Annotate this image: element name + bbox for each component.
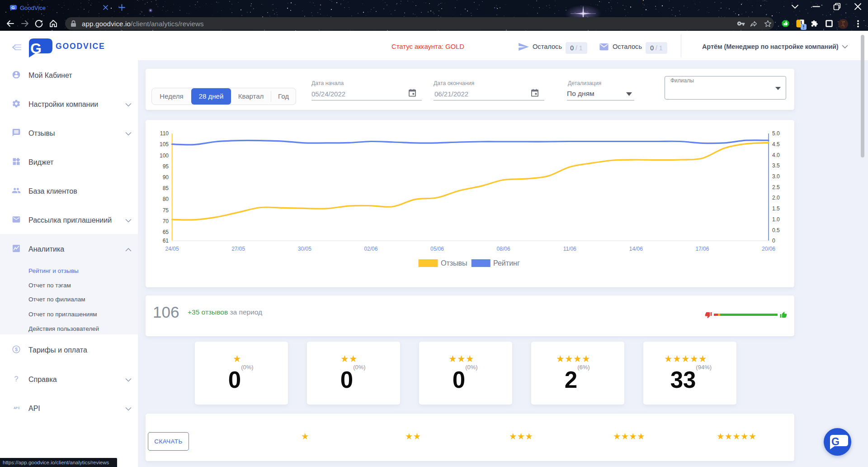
svg-text:3.0: 3.0 xyxy=(772,173,780,180)
svg-text:2.0: 2.0 xyxy=(772,195,780,201)
svg-text:110: 110 xyxy=(160,130,169,137)
svg-text:30/05: 30/05 xyxy=(298,246,311,252)
svg-text:1.0: 1.0 xyxy=(772,216,780,223)
svg-text:02/06: 02/06 xyxy=(364,246,377,252)
svg-text:G: G xyxy=(11,5,14,10)
svg-text:0.5: 0.5 xyxy=(772,227,780,234)
svg-text:75: 75 xyxy=(163,207,169,214)
svg-text:?: ? xyxy=(14,375,18,383)
svg-text:27/05: 27/05 xyxy=(231,246,245,252)
svg-text:Отзывы: Отзывы xyxy=(441,259,467,267)
svg-text:90: 90 xyxy=(163,174,169,181)
svg-text:61: 61 xyxy=(163,238,169,244)
svg-text:17/06: 17/06 xyxy=(695,246,709,252)
svg-text:$: $ xyxy=(15,347,18,352)
svg-text:08/06: 08/06 xyxy=(497,246,510,252)
svg-text:API: API xyxy=(14,406,20,410)
svg-text:G: G xyxy=(30,40,42,57)
svg-text:100: 100 xyxy=(160,152,169,159)
svg-text:4.0: 4.0 xyxy=(772,152,780,158)
svg-text:4.5: 4.5 xyxy=(772,141,780,148)
svg-text:Рейтинг: Рейтинг xyxy=(493,259,520,267)
svg-text:105: 105 xyxy=(160,141,169,148)
svg-text:1.5: 1.5 xyxy=(772,205,780,212)
svg-text:11/06: 11/06 xyxy=(563,246,576,252)
svg-text:65: 65 xyxy=(163,229,169,235)
svg-text:24/05: 24/05 xyxy=(165,246,179,252)
svg-text:5.0: 5.0 xyxy=(772,130,780,137)
svg-text:14/06: 14/06 xyxy=(629,246,643,252)
svg-text:85: 85 xyxy=(163,185,169,191)
svg-text:95: 95 xyxy=(163,163,169,170)
svg-text:80: 80 xyxy=(163,196,169,202)
svg-text:G: G xyxy=(831,436,840,448)
svg-text:20/06: 20/06 xyxy=(762,246,775,252)
svg-text:0: 0 xyxy=(772,238,775,244)
svg-text:70: 70 xyxy=(163,218,169,224)
svg-text:3.5: 3.5 xyxy=(772,162,780,169)
svg-text:2.5: 2.5 xyxy=(772,184,780,191)
svg-text:05/06: 05/06 xyxy=(430,246,444,252)
